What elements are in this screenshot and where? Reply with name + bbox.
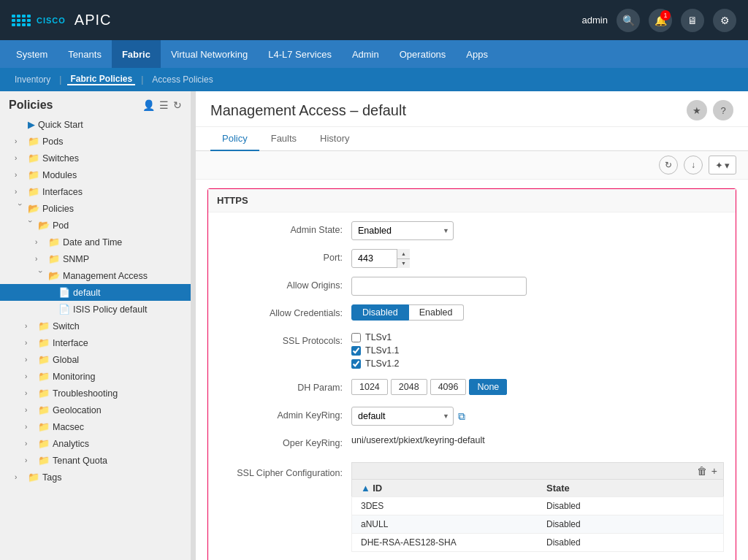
sidebar-icon-person[interactable]: 👤 <box>142 99 155 111</box>
port-spin-buttons: ▲ ▼ <box>397 249 410 268</box>
sidebar-icon-list[interactable]: ☰ <box>159 99 169 111</box>
favorite-button[interactable]: ★ <box>687 100 707 120</box>
admin-state-select-wrapper: Enabled Disabled <box>351 221 454 240</box>
port-decrement[interactable]: ▼ <box>397 259 410 269</box>
quick-start-icon: ▶ <box>28 119 35 130</box>
cipher-id-1: 3DES <box>352 497 538 515</box>
tab-history[interactable]: History <box>308 127 361 151</box>
sidebar-item-analytics[interactable]: › 📁 Analytics <box>0 435 191 452</box>
sidebar: Policies 👤 ☰ ↻ ▶ Quick Start › 📁 Pods › … <box>0 91 191 560</box>
cipher-state-1: Disabled <box>538 497 723 515</box>
sidebar-item-label: ISIS Policy default <box>73 304 147 315</box>
allow-origins-label: Allow Origins: <box>220 277 351 291</box>
sidebar-item-isis-policy[interactable]: 📄 ISIS Policy default <box>0 301 191 318</box>
sidebar-item-default[interactable]: 📄 default <box>0 284 191 301</box>
sidebar-item-policies[interactable]: › 📂 Policies <box>0 200 191 217</box>
sidebar-item-date-time[interactable]: › 📁 Date and Time <box>0 234 191 250</box>
sidebar-item-tags[interactable]: › 📁 Tags <box>0 469 191 486</box>
port-increment[interactable]: ▲ <box>397 249 410 259</box>
arrow-management-access: › <box>37 271 45 281</box>
subnav-inventory[interactable]: Inventory <box>12 74 53 85</box>
allow-origins-input[interactable]: http://127.0.0.1:8000 <box>351 277 527 296</box>
admin-keyring-select-wrapper: default <box>351 407 454 426</box>
sidebar-item-geolocation[interactable]: › 📁 Geolocation <box>0 402 191 418</box>
search-button[interactable]: 🔍 <box>617 9 640 32</box>
sidebar-item-label: Global <box>53 355 79 365</box>
sidebar-item-switches[interactable]: › 📁 Switches <box>0 150 191 166</box>
dh-4096-btn[interactable]: 4096 <box>430 379 467 395</box>
sidebar-item-troubleshooting[interactable]: › 📁 Troubleshooting <box>0 385 191 402</box>
sidebar-item-quick-start[interactable]: ▶ Quick Start <box>0 116 191 133</box>
arrow-macsec: › <box>25 423 35 431</box>
cisco-icon <box>12 15 31 26</box>
nav-operations[interactable]: Operations <box>389 40 457 68</box>
refresh-button[interactable]: ↻ <box>659 156 678 174</box>
sidebar-item-snmp[interactable]: › 📁 SNMP <box>0 250 191 267</box>
tlsv12-checkbox[interactable] <box>351 359 361 369</box>
sidebar-item-monitoring[interactable]: › 📁 Monitoring <box>0 368 191 385</box>
arrow-troubleshooting: › <box>25 389 35 397</box>
tags-folder-icon: 📁 <box>28 472 39 483</box>
pod-folder-icon: 📂 <box>38 220 50 231</box>
arrow-monitoring: › <box>25 372 35 380</box>
nav-admin[interactable]: Admin <box>342 40 389 68</box>
notification-button[interactable]: 🔔 1 <box>649 9 672 32</box>
allow-credentials-disabled-btn[interactable]: Disabled <box>351 304 409 321</box>
tlsv11-checkbox[interactable] <box>351 346 361 356</box>
nav-fabric[interactable]: Fabric <box>112 40 161 68</box>
dh-2048-btn[interactable]: 2048 <box>391 379 427 395</box>
download-button[interactable]: ↓ <box>684 156 703 174</box>
sidebar-item-interfaces[interactable]: › 📁 Interfaces <box>0 183 191 200</box>
sidebar-item-pods[interactable]: › 📁 Pods <box>0 133 191 150</box>
subnav-fabric-policies[interactable]: Fabric Policies <box>67 74 135 85</box>
allow-credentials-enabled-btn[interactable]: Enabled <box>409 304 464 321</box>
ssl-cipher-row: SSL Cipher Configuration: 🗑 + ▲ ID <box>220 462 724 552</box>
dh-none-btn[interactable]: None <box>469 379 507 395</box>
nav-tenants[interactable]: Tenants <box>58 40 112 68</box>
cisco-logo: CISCO <box>12 15 66 26</box>
port-row: Port: ▲ ▼ <box>220 249 724 269</box>
cipher-add-btn[interactable]: + <box>711 465 717 477</box>
subnav-access-policies[interactable]: Access Policies <box>149 74 215 85</box>
screen-button[interactable]: 🖥 <box>681 9 704 32</box>
troubleshooting-folder-icon: 📁 <box>38 388 50 399</box>
cipher-col-id-header[interactable]: ▲ ID <box>352 480 538 496</box>
nav-apps[interactable]: Apps <box>456 40 498 68</box>
cipher-delete-btn[interactable]: 🗑 <box>697 465 707 477</box>
nav-l4l7[interactable]: L4-L7 Services <box>258 40 342 68</box>
actions-dropdown[interactable]: ✦ ▾ <box>709 156 736 174</box>
help-button[interactable]: ? <box>713 100 733 120</box>
navbar: System Tenants Fabric Virtual Networking… <box>0 40 748 68</box>
sidebar-item-label: Management Access <box>63 271 148 281</box>
nav-virtual-networking[interactable]: Virtual Networking <box>161 40 258 68</box>
sidebar-item-global[interactable]: › 📁 Global <box>0 351 191 368</box>
sidebar-item-macsec[interactable]: › 📁 Macsec <box>0 418 191 435</box>
sidebar-item-interface[interactable]: › 📁 Interface <box>0 334 191 351</box>
cipher-id-3: DHE-RSA-AES128-SHA <box>352 534 538 551</box>
sidebar-item-switch[interactable]: › 📁 Switch <box>0 318 191 334</box>
sidebar-item-management-access[interactable]: › 📂 Management Access <box>0 267 191 284</box>
sidebar-item-label: Interfaces <box>42 187 83 197</box>
sidebar-icon-refresh[interactable]: ↻ <box>173 99 182 111</box>
geolocation-folder-icon: 📁 <box>38 404 50 415</box>
allow-credentials-row: Allow Credentials: Disabled Enabled <box>220 304 724 325</box>
sidebar-item-label: Date and Time <box>63 237 122 248</box>
admin-keyring-select[interactable]: default <box>351 407 454 426</box>
sidebar-item-modules[interactable]: › 📁 Modules <box>0 166 191 183</box>
arrow-analytics: › <box>25 440 35 448</box>
dh-1024-btn[interactable]: 1024 <box>351 379 388 395</box>
sidebar-item-tenant-quota[interactable]: › 📁 Tenant Quota <box>0 452 191 469</box>
nav-system[interactable]: System <box>6 40 58 68</box>
tab-faults[interactable]: Faults <box>259 127 308 151</box>
tlsv1-checkbox[interactable] <box>351 333 361 342</box>
admin-state-select[interactable]: Enabled Disabled <box>351 221 454 240</box>
tab-policy[interactable]: Policy <box>210 127 259 151</box>
switches-folder-icon: 📁 <box>28 153 39 164</box>
settings-button[interactable]: ⚙ <box>713 9 736 32</box>
cipher-toolbar: 🗑 + <box>351 462 724 479</box>
content-toolbar: ↻ ↓ ✦ ▾ <box>196 151 748 180</box>
default-doc-icon: 📄 <box>58 287 70 298</box>
sidebar-item-pod[interactable]: › 📂 Pod <box>0 217 191 234</box>
port-control: ▲ ▼ <box>351 249 724 268</box>
admin-keyring-link-icon[interactable]: ⧉ <box>458 410 465 423</box>
